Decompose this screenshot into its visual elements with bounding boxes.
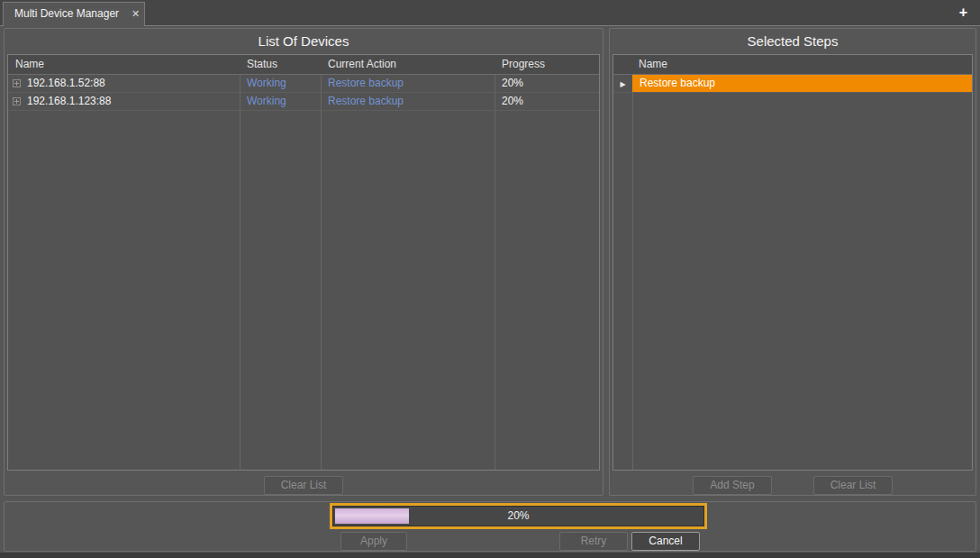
add-tab-icon[interactable]: + [959,5,967,21]
main-content: List Of Devices Name Status Current Acti… [0,25,980,553]
steps-table-header: Name [613,55,972,75]
device-status: Working [240,93,321,110]
expand-icon[interactable] [13,79,21,87]
retry-button[interactable]: Retry [559,532,628,551]
column-separator [495,55,495,470]
device-progress: 20% [495,93,599,110]
device-status: Working [240,75,321,92]
column-separator [321,55,322,470]
tab-bar: Multi Device Manager ✕ + [0,0,980,25]
devices-panel-title: List Of Devices [5,29,603,53]
column-separator [240,55,240,470]
column-separator [632,55,633,470]
steps-table: Name ▶ Restore backup [612,54,973,471]
devices-clear-list-button[interactable]: Clear List [264,476,343,495]
devices-table: Name Status Current Action Progress 192.… [7,54,600,471]
progress-label: 20% [333,507,703,526]
expand-icon[interactable] [13,97,21,105]
tab-multi-device-manager[interactable]: Multi Device Manager ✕ [3,2,145,26]
step-name: Restore backup [632,75,972,92]
tab-title: Multi Device Manager [14,7,119,20]
device-row[interactable]: 192.168.1.123:88 Working Restore backup … [8,93,599,111]
footer-panel: 20% Apply Retry Cancel [4,501,976,552]
apply-button[interactable]: Apply [340,532,407,551]
device-current-action: Restore backup [321,93,495,110]
column-header-name[interactable]: Name [8,55,240,74]
row-selector-arrow-icon: ▶ [620,80,625,88]
device-progress: 20% [495,75,599,92]
row-selector-gutter: ▶ [613,75,632,92]
cancel-button[interactable]: Cancel [631,532,700,551]
column-header-name[interactable]: Name [613,55,667,74]
add-step-button[interactable]: Add Step [693,476,772,495]
device-name: 192.168.1.123:88 [27,95,111,107]
device-row[interactable]: 192.168.1.52:88 Working Restore backup 2… [8,75,599,93]
step-row-selected[interactable]: ▶ Restore backup [613,75,972,93]
progress-track: 20% [332,506,704,526]
devices-panel: List Of Devices Name Status Current Acti… [4,28,603,496]
steps-panel: Selected Steps Name ▶ Restore backup Add… [609,28,976,496]
device-name-cell: 192.168.1.52:88 [8,75,240,92]
steps-panel-title: Selected Steps [610,29,975,53]
column-header-action[interactable]: Current Action [321,55,495,74]
steps-clear-list-button[interactable]: Clear List [813,476,893,495]
device-name-cell: 192.168.1.123:88 [8,93,240,110]
progress-bar-highlighted: 20% [330,503,707,529]
close-icon[interactable]: ✕ [132,9,140,19]
device-current-action: Restore backup [321,75,495,92]
column-header-progress[interactable]: Progress [495,55,599,74]
devices-table-header: Name Status Current Action Progress [8,55,599,75]
column-header-status[interactable]: Status [240,55,321,74]
device-name: 192.168.1.52:88 [27,77,105,89]
